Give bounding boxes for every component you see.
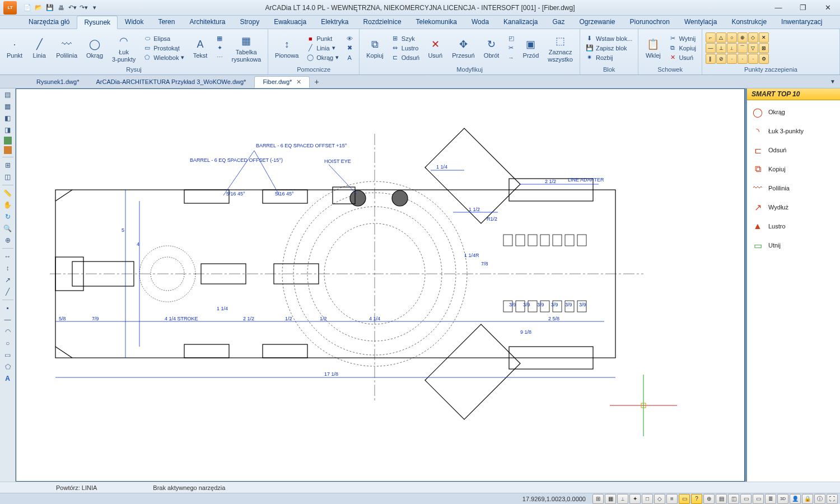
status-otrack-icon[interactable]: ◇ [654, 494, 665, 504]
status-user-icon[interactable]: 👤 [790, 494, 801, 504]
lt-rect-icon[interactable]: ▭ [3, 350, 13, 360]
btn-aux2[interactable]: ✖ [343, 44, 356, 53]
snap-quad[interactable]: ◇ [748, 32, 758, 43]
smart-odsun[interactable]: ⊏Odsuń [749, 141, 838, 160]
app-icon[interactable]: LT [3, 1, 17, 15]
qat-more-icon[interactable]: ▾ [90, 3, 100, 13]
btn-text-tools3[interactable]: ⋯ [213, 53, 226, 62]
btn-mod2[interactable]: ✂ [505, 44, 517, 53]
btn-zapiszblok[interactable]: 💾Zapisz blok [584, 44, 634, 53]
lt-blocks-icon[interactable]: ◧ [3, 113, 13, 123]
btn-tabelka[interactable]: ▦Tabelka rysunkowa [228, 32, 264, 63]
snap-s4[interactable]: ⚙ [759, 54, 769, 64]
status-sc-icon[interactable]: ◫ [728, 494, 739, 504]
tab-piorun[interactable]: Piorunochron [623, 15, 677, 29]
btn-plinia[interactable]: ╱Linia▾ [304, 44, 341, 53]
lt-line-icon[interactable]: ╱ [3, 287, 13, 297]
btn-tekst[interactable]: ATekst [189, 35, 211, 60]
btn-ppunkt[interactable]: ■Punkt [304, 34, 341, 43]
drawing-canvas[interactable]: BARREL - 6 EQ SPACED OFFSET +15° BARREL … [16, 88, 745, 482]
btn-aux3[interactable]: A [343, 53, 356, 62]
snap-node[interactable]: ⊕ [738, 32, 748, 43]
lt-cir-icon[interactable]: ○ [3, 338, 13, 348]
doctab-fiber[interactable]: Fiber.dwg*✕ [254, 76, 310, 88]
tab-wentylacja[interactable]: Wentylacja [677, 15, 724, 29]
smart-luk[interactable]: ◝Łuk 3-punkty [749, 122, 838, 141]
lt-dim-icon[interactable]: ↔ [3, 251, 13, 262]
btn-rozbij[interactable]: ✷Rozbij [584, 53, 634, 62]
tab-rozdzielnice[interactable]: Rozdzielnice [356, 15, 409, 29]
lt-poly-icon[interactable]: ⬠ [3, 362, 13, 372]
tab-rysunek[interactable]: Rysunek [77, 16, 118, 29]
snap-mid[interactable]: △ [716, 32, 726, 43]
minimize-button[interactable]: — [766, 0, 791, 16]
status-osnap-icon[interactable]: □ [642, 494, 653, 504]
btn-kopiuj[interactable]: ⧉Kopiuj [363, 35, 387, 60]
btn-elipsa[interactable]: ⬭Elipsa [141, 34, 186, 43]
lt-measure-icon[interactable]: 📏 [3, 188, 13, 198]
btn-pokrag[interactable]: ◯Okrąg▾ [304, 53, 341, 62]
btn-lustro[interactable]: ⇔Lustro [389, 44, 422, 53]
status-help-icon[interactable]: ? [691, 494, 702, 504]
snap-s3[interactable]: · [748, 54, 758, 64]
snap-center[interactable]: ○ [727, 32, 737, 43]
btn-zaznacz[interactable]: ⬚Zaznacz wszystko [544, 32, 576, 63]
lt-zoom-icon[interactable]: 🔍 [3, 223, 13, 234]
new-tab-button[interactable]: + [310, 77, 323, 86]
status-snap-icon[interactable]: ⊞ [592, 494, 604, 504]
btn-polilinia[interactable]: 〰Polilinia [53, 35, 81, 60]
status-qp-icon[interactable]: ▤ [716, 494, 727, 504]
snap-ins[interactable]: ⊥ [716, 43, 726, 53]
tab-inwent[interactable]: Inwentaryzacj [774, 15, 829, 29]
status-layout2-icon[interactable]: ▭ [753, 494, 764, 504]
maximize-button[interactable]: ❐ [791, 0, 815, 16]
btn-mod1[interactable]: ◰ [505, 34, 517, 43]
tab-narzedzia[interactable]: Narzędzia głó [21, 15, 77, 29]
status-polar-icon[interactable]: ✦ [629, 494, 641, 504]
lt-zoomfit-icon[interactable]: ⊕ [3, 235, 13, 245]
doctab-arcadia[interactable]: ArCADia-ARCHITEKTURA Przykład 3_WoKOWe.d… [87, 76, 254, 87]
status-max-icon[interactable]: ⛶ [827, 494, 838, 504]
qat-print-icon[interactable]: 🖶 [56, 3, 66, 13]
snap-tan[interactable]: ⌒ [738, 43, 748, 53]
btn-skopiuj[interactable]: ⧉Kopiuj [666, 44, 698, 53]
snap-near[interactable]: ▽ [748, 43, 758, 53]
lt-refresh-icon[interactable]: ↻ [3, 212, 13, 222]
btn-susun[interactable]: ✕Usuń [666, 53, 698, 62]
status-dyn-icon[interactable]: ⊕ [703, 494, 715, 504]
lt-snap-icon[interactable]: ◫ [3, 172, 13, 182]
btn-szyk[interactable]: ⊞Szyk [389, 34, 422, 43]
lt-layers-icon[interactable]: ▤ [3, 90, 13, 100]
close-tab-icon[interactable]: ✕ [296, 78, 301, 85]
lt-arc-icon[interactable]: ◠ [3, 326, 13, 337]
smart-lustro[interactable]: ▲Lustro [749, 217, 838, 236]
btn-odsun[interactable]: ⊏Odsuń [389, 53, 422, 62]
btn-text-tools2[interactable]: ✦ [213, 44, 226, 53]
snap-none[interactable]: ⊘ [716, 54, 726, 64]
smart-utnij[interactable]: ▭Utnij [749, 236, 838, 255]
btn-wklej[interactable]: 📋Wklej [642, 35, 664, 60]
lt-xref-icon[interactable]: ◨ [3, 125, 13, 135]
tab-architektura[interactable]: Architektura [182, 15, 232, 29]
snap-endpoint[interactable]: ⌐ [706, 32, 716, 43]
snap-ext[interactable]: — [706, 43, 716, 53]
btn-text-tools[interactable]: ▦ [213, 34, 226, 43]
btn-obrot[interactable]: ↻Obrót [480, 35, 503, 60]
qat-save-icon[interactable]: 💾 [45, 3, 55, 13]
status-layout-icon[interactable]: ▭ [740, 494, 752, 504]
status-lwt-icon[interactable]: ≡ [666, 494, 678, 504]
btn-mod3[interactable]: → [505, 53, 517, 62]
btn-luk[interactable]: ◠Łuk 3-punkty [109, 32, 139, 63]
lt-txt-icon[interactable]: A [3, 374, 13, 384]
status-lock-icon[interactable]: 🔒 [802, 494, 813, 504]
status-info-icon[interactable]: ⓘ [814, 494, 825, 504]
btn-wielobok[interactable]: ⬠Wielobok▾ [141, 53, 186, 62]
qat-open-icon[interactable]: 📂 [34, 3, 44, 13]
tab-telekom[interactable]: Telekomunika [409, 15, 464, 29]
qat-undo-icon[interactable]: ↶▾ [67, 3, 77, 13]
lt-props-icon[interactable]: ▦ [3, 101, 13, 111]
tab-dropdown[interactable]: ▼ [830, 78, 836, 85]
btn-przod[interactable]: ▣Przód [520, 35, 543, 60]
btn-linia[interactable]: ╱Linia [28, 35, 50, 60]
tab-woda[interactable]: Woda [464, 15, 496, 29]
